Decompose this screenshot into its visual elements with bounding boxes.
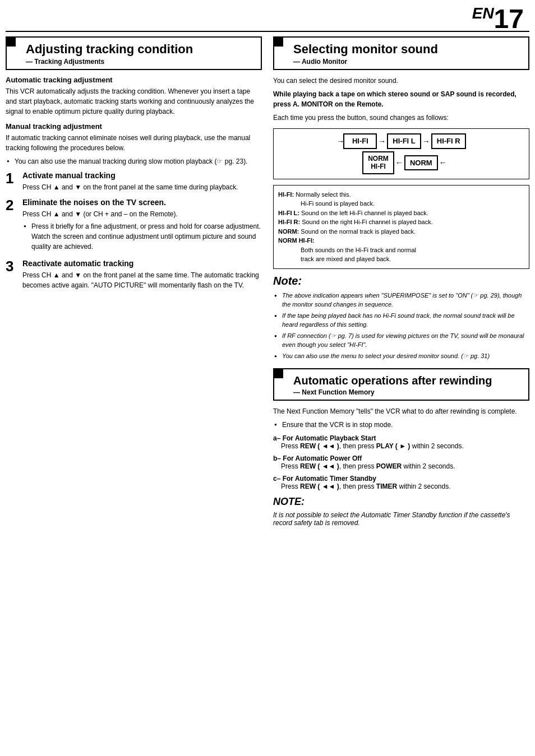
step-2-content: Eliminate the noises on the TV screen. P… bbox=[22, 198, 262, 253]
legend-line-4: NORM: Sound on the normal track is playe… bbox=[278, 227, 524, 236]
note2-title: NOTE: bbox=[273, 496, 529, 508]
step-2: 2 Eliminate the noises on the TV screen.… bbox=[6, 198, 262, 253]
note-bullet-1: If the tape being played back has no Hi-… bbox=[273, 311, 529, 330]
diag-arrow-1: → bbox=[378, 137, 386, 146]
black-square-right bbox=[273, 36, 283, 47]
auto-ops-a-body: Press REW ( ◄◄ ), then press PLAY ( ► ) … bbox=[273, 442, 529, 450]
auto-ops-intro: The Next Function Memory "tells" the VCR… bbox=[273, 406, 529, 416]
top-border bbox=[6, 31, 529, 32]
step-1-title: Activate manual tracking bbox=[22, 171, 262, 180]
auto-ops-box: Automatic operations after rewinding — N… bbox=[273, 368, 529, 401]
monitor-title: Selecting monitor sound bbox=[280, 42, 523, 57]
auto-ops-title: Automatic operations after rewinding bbox=[280, 374, 523, 387]
auto-ops-a: a– For Automatic Playback Start Press RE… bbox=[273, 434, 529, 450]
black-square-left bbox=[6, 36, 16, 47]
auto-ops-bullet: Ensure that the VCR is in stop mode. bbox=[273, 420, 529, 430]
step-2-title: Eliminate the noises on the TV screen. bbox=[22, 198, 262, 207]
note-section: Note: The above indication appears when … bbox=[273, 275, 529, 361]
step-3-body: Press CH ▲ and ▼ on the front panel at t… bbox=[22, 270, 262, 290]
auto-ops-subtitle: — Next Function Memory bbox=[280, 388, 523, 396]
auto-tracking-heading: Automatic tracking adjustment bbox=[6, 76, 262, 84]
en-label: EN bbox=[472, 4, 494, 22]
diag-arrow-3: ← bbox=[395, 158, 403, 167]
step-3-number: 3 bbox=[6, 259, 18, 290]
auto-ops-b-body: Press REW ( ◄◄ ), then press POWER withi… bbox=[273, 462, 529, 470]
right-column: Selecting monitor sound Audio Monitor Yo… bbox=[273, 36, 529, 527]
legend-line-5: NORM HI-FI: bbox=[278, 236, 524, 245]
step-3: 3 Reactivate automatic tracking Press CH… bbox=[6, 259, 262, 290]
step-3-content: Reactivate automatic tracking Press CH ▲… bbox=[22, 259, 262, 290]
diag-hifir: HI-FI R bbox=[431, 133, 466, 149]
manual-tracking-body: If automatic tracking cannot eliminate n… bbox=[6, 133, 262, 153]
monitor-each-time: Each time you press the button, sound ch… bbox=[273, 113, 529, 123]
auto-ops-a-label: a– For Automatic Playback Start bbox=[273, 434, 529, 442]
manual-tracking-bullet: You can also use the manual tracking dur… bbox=[6, 156, 262, 166]
auto-ops-b-label: b– For Automatic Power Off bbox=[273, 454, 529, 462]
auto-ops-b: b– For Automatic Power Off Press REW ( ◄… bbox=[273, 454, 529, 470]
legend-line-6: Both sounds on the Hi-Fi track and norma… bbox=[278, 245, 524, 255]
legend-line-2: HI-FI L: Sound on the left Hi-Fi channel… bbox=[278, 208, 524, 218]
legend-line-1: Hi-Fi sound is played back. bbox=[278, 199, 524, 208]
step-1-body: Press CH ▲ and ▼ on the front panel at t… bbox=[22, 182, 262, 192]
monitor-bold-text: While playing back a tape on which stere… bbox=[273, 89, 529, 109]
left-section-box: Adjusting tracking condition Tracking Ad… bbox=[6, 36, 262, 70]
step-3-title: Reactivate automatic tracking bbox=[22, 259, 262, 268]
step-1-content: Activate manual tracking Press CH ▲ and … bbox=[22, 171, 262, 192]
diag-arrow-4: ← bbox=[439, 158, 447, 167]
legend-line-0: HI-FI: Normally select this. bbox=[278, 190, 524, 200]
diag-arrow-2: → bbox=[422, 137, 430, 146]
note2-body: It is not possible to select the Automat… bbox=[273, 511, 529, 527]
left-section-subtitle: Tracking Adjustments bbox=[12, 58, 255, 66]
step-1-number: 1 bbox=[6, 171, 18, 192]
auto-ops-c-body: Press REW ( ◄◄ ), then press TIMER withi… bbox=[273, 483, 529, 490]
manual-tracking-heading: Manual tracking adjustment bbox=[6, 122, 262, 131]
legend-line-3: HI-FI R: Sound on the right Hi-Fi channe… bbox=[278, 217, 524, 227]
auto-ops-c: c– For Automatic Timer Standby Press REW… bbox=[273, 475, 529, 490]
left-section-title: Adjusting tracking condition bbox=[12, 42, 255, 57]
auto-ops-c-label: c– For Automatic Timer Standby bbox=[273, 475, 529, 483]
right-section-box: Selecting monitor sound Audio Monitor bbox=[273, 36, 529, 70]
black-square-auto bbox=[273, 368, 283, 378]
note2-section: NOTE: It is not possible to select the A… bbox=[273, 496, 529, 527]
legend-line-7: track are mixed and played back. bbox=[278, 254, 524, 264]
monitor-subtitle: Audio Monitor bbox=[280, 58, 523, 66]
note-bullet-2: If RF connection (☞ pg. 7) is used for v… bbox=[273, 331, 529, 350]
diag-norm-hifi: NORM HI-FI bbox=[362, 151, 394, 174]
main-columns: Adjusting tracking condition Tracking Ad… bbox=[6, 36, 529, 527]
monitor-intro: You can select the desired monitor sound… bbox=[273, 76, 529, 86]
monitor-diagram: → HI-FI → HI-FI L → HI-FI R NORM HI-FI ←… bbox=[273, 128, 529, 179]
page-number: EN17 bbox=[472, 6, 524, 33]
diag-norm: NORM bbox=[404, 155, 438, 171]
auto-tracking-body: This VCR automatically adjusts the track… bbox=[6, 86, 262, 117]
legend-box: HI-FI: Normally select this. Hi-Fi sound… bbox=[273, 185, 529, 269]
left-column: Adjusting tracking condition Tracking Ad… bbox=[6, 36, 262, 527]
step-2-body: Press CH ▲ and ▼ (or CH + and – on the R… bbox=[22, 209, 262, 219]
diag-hifi: HI-FI bbox=[343, 133, 377, 149]
step-1: 1 Activate manual tracking Press CH ▲ an… bbox=[6, 171, 262, 192]
note-bullet-0: The above indication appears when "SUPER… bbox=[273, 291, 529, 309]
step-2-number: 2 bbox=[6, 198, 18, 253]
diag-hifil: HI-FI L bbox=[387, 133, 421, 149]
auto-ops-section: Automatic operations after rewinding — N… bbox=[273, 368, 529, 527]
note-title: Note: bbox=[273, 275, 529, 287]
step-2-bullet: Press it briefly for a fine adjustment, … bbox=[22, 221, 262, 252]
note-bullet-3: You can also use the menu to select your… bbox=[273, 351, 529, 361]
